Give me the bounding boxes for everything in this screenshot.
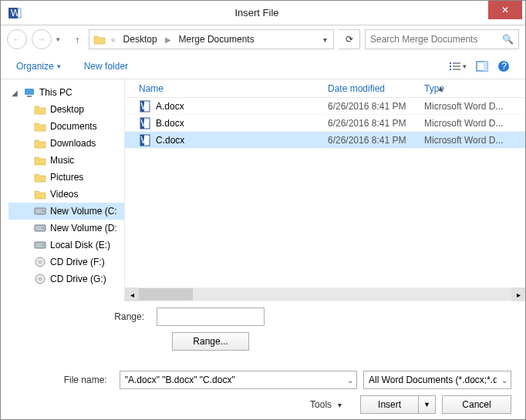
tree-item-label: New Volume (C:	[50, 206, 117, 217]
sidebar-tree[interactable]: ◢This PCDesktopDocumentsDownloadsMusicPi…	[1, 79, 124, 301]
svg-rect-3	[450, 62, 451, 64]
range-input[interactable]	[157, 307, 265, 326]
svg-text:W: W	[141, 118, 150, 129]
view-mode-button[interactable]: ▾	[449, 61, 467, 72]
file-list: Name ▲ Date modified Type WA.docx6/26/20…	[124, 79, 525, 301]
tree-item-pictures[interactable]: Pictures	[8, 169, 124, 186]
file-type: Microsoft Word D...	[418, 101, 525, 112]
search-icon: 🔍	[502, 34, 514, 45]
up-icon: ↑	[75, 35, 79, 45]
horizontal-scrollbar[interactable]: ◂ ▸	[125, 287, 525, 301]
tree-item-label: Local Disk (E:)	[50, 240, 110, 250]
svg-rect-7	[453, 66, 460, 67]
tree-item-local-disk-e-[interactable]: Local Disk (E:)	[8, 237, 124, 254]
crumb-prefix: «	[110, 35, 117, 44]
tree-item-desktop[interactable]: Desktop	[8, 101, 124, 118]
tree-item-cd-drive-f-[interactable]: CD Drive (F:)	[8, 254, 124, 270]
refresh-icon: ⟳	[346, 34, 353, 45]
crumb-desktop[interactable]: Desktop	[120, 32, 160, 46]
tree-item-label: Documents	[50, 121, 97, 132]
insert-dropdown[interactable]: ▼	[419, 395, 436, 414]
scroll-left-icon[interactable]: ◂	[125, 287, 139, 301]
folder-icon	[34, 171, 46, 183]
file-type: Microsoft Word D...	[418, 135, 525, 146]
range-button[interactable]: Range...	[172, 332, 249, 351]
file-row[interactable]: WA.docx6/26/2016 8:41 PMMicrosoft Word D…	[125, 98, 525, 115]
scroll-thumb[interactable]	[139, 288, 193, 301]
address-dropdown[interactable]: ▾	[320, 35, 330, 44]
column-name[interactable]: Name ▲	[133, 80, 322, 97]
main-area: ◢This PCDesktopDocumentsDownloadsMusicPi…	[1, 79, 525, 301]
tree-item-label: CD Drive (G:)	[50, 274, 106, 284]
svg-text:W: W	[141, 135, 150, 146]
tree-item-cd-drive-g-[interactable]: CD Drive (G:)	[8, 270, 124, 287]
filetype-combo[interactable]: All Word Documents (*.docx;*.d ⌄	[363, 371, 511, 389]
scroll-right-icon[interactable]: ▸	[511, 287, 525, 301]
folder-icon	[34, 103, 46, 116]
dropdown-icon[interactable]: ⌄	[497, 376, 507, 385]
file-date: 6/26/2016 8:41 PM	[322, 118, 418, 129]
tree-item-downloads[interactable]: Downloads	[8, 135, 124, 152]
search-box[interactable]: 🔍	[365, 29, 519, 49]
svg-rect-4	[450, 66, 451, 67]
tree-item-label: Videos	[50, 189, 78, 200]
back-button[interactable]: ←	[7, 29, 27, 49]
svg-rect-13	[25, 89, 34, 95]
help-button[interactable]: ?	[497, 60, 510, 72]
file-name: C.docx	[156, 135, 184, 146]
crumb-merge-documents[interactable]: Merge Documents	[176, 32, 258, 46]
file-date: 6/26/2016 8:41 PM	[322, 135, 418, 146]
word-app-icon: W	[4, 2, 25, 24]
tree-item-label: CD Drive (F:)	[50, 257, 105, 267]
dropdown-icon: ▾	[338, 401, 342, 409]
tree-item-documents[interactable]: Documents	[8, 118, 124, 135]
file-name: B.docx	[156, 118, 184, 129]
column-headers: Name ▲ Date modified Type	[125, 79, 525, 98]
cd-icon	[34, 273, 46, 285]
view-list-icon	[449, 61, 461, 72]
scroll-track[interactable]	[139, 288, 511, 301]
close-icon: ✕	[501, 5, 509, 15]
preview-pane-button[interactable]	[476, 61, 488, 72]
address-bar[interactable]: « Desktop ▶ Merge Documents ▾	[89, 29, 334, 49]
disclosure-icon[interactable]: ◢	[12, 89, 19, 97]
tree-item-label: Music	[50, 155, 74, 166]
tools-dropdown[interactable]: Tools ▾	[310, 399, 342, 410]
dropdown-icon: ▼	[423, 401, 430, 408]
range-label: Range:	[15, 311, 150, 322]
tree-item-this-pc[interactable]: ◢This PC	[8, 84, 124, 101]
dropdown-icon[interactable]: ⌄	[342, 376, 353, 385]
filename-combo[interactable]: "A.docx" "B.docx" "C.docx" ⌄	[120, 371, 357, 389]
drive-icon	[34, 205, 46, 217]
drive-icon	[34, 222, 46, 234]
file-row[interactable]: WB.docx6/26/2016 8:41 PMMicrosoft Word D…	[125, 115, 525, 132]
new-folder-button[interactable]: New folder	[84, 61, 128, 72]
recent-locations-dropdown[interactable]: ▾	[56, 35, 66, 43]
forward-icon: →	[37, 34, 46, 45]
tree-item-new-volume-d-[interactable]: New Volume (D:	[8, 220, 124, 237]
folder-icon	[34, 188, 46, 200]
file-row[interactable]: WC.docx6/26/2016 8:41 PMMicrosoft Word D…	[125, 132, 525, 149]
cancel-button[interactable]: Cancel	[442, 395, 511, 414]
tree-item-music[interactable]: Music	[8, 152, 124, 169]
insert-split-button[interactable]: Insert ▼	[360, 395, 436, 414]
tree-item-label: New Volume (D:	[50, 223, 117, 234]
tree-item-videos[interactable]: Videos	[8, 186, 124, 203]
insert-button[interactable]: Insert	[360, 395, 419, 414]
forward-button[interactable]: →	[32, 29, 52, 49]
organize-button[interactable]: Organize ▾	[16, 61, 61, 72]
drive-icon	[34, 239, 46, 251]
close-button[interactable]: ✕	[488, 1, 522, 19]
refresh-button[interactable]: ⟳	[339, 29, 360, 49]
file-name: A.docx	[156, 101, 184, 112]
toolbar: Organize ▾ New folder ▾ ?	[1, 53, 525, 79]
pc-icon	[23, 86, 35, 99]
svg-point-22	[39, 261, 42, 264]
crumb-sep-icon: ▶	[164, 35, 173, 44]
search-input[interactable]	[370, 34, 502, 45]
up-button[interactable]: ↑	[70, 33, 84, 45]
svg-point-18	[42, 227, 44, 229]
nav-bar: ← → ▾ ↑ « Desktop ▶ Merge Documents ▾ ⟳ …	[1, 25, 525, 53]
svg-rect-8	[453, 69, 460, 70]
tree-item-new-volume-c-[interactable]: New Volume (C:	[8, 203, 124, 220]
